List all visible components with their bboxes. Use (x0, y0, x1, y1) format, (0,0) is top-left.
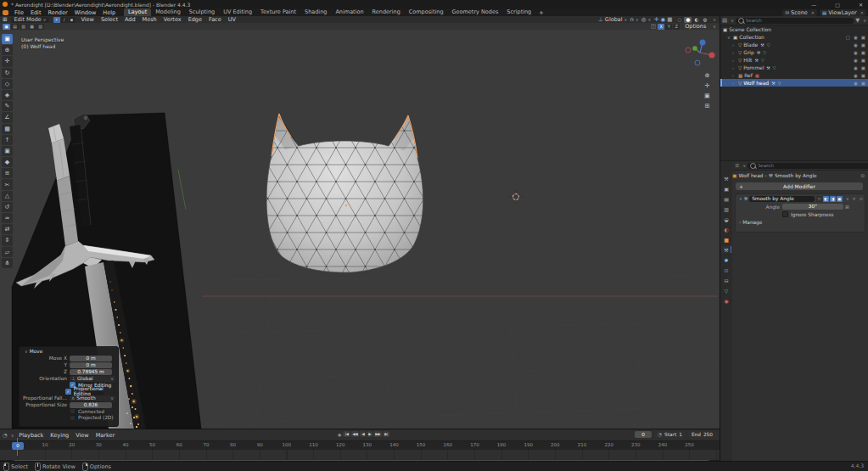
display-toggle-icon[interactable]: ◧ (823, 196, 829, 202)
expand-icon[interactable]: › (732, 73, 736, 78)
falloff-dropdown[interactable]: ∧ Smooth ∨ (70, 395, 115, 401)
close-button[interactable]: ✕ (859, 2, 863, 8)
properties-search[interactable] (748, 163, 868, 169)
select-mode-button[interactable]: • (53, 17, 60, 23)
workspace-tab[interactable]: Geometry Nodes (448, 8, 503, 16)
mirror-axis-button[interactable]: X (658, 24, 664, 30)
add-modifier-button[interactable]: + Add Modifier (736, 182, 863, 190)
properties-tab[interactable]: ▣ (721, 185, 731, 192)
select-mode-button[interactable]: ▪ (69, 17, 76, 23)
shading-mode-button[interactable]: ◌ (675, 17, 683, 23)
properties-tab[interactable]: ▥ (721, 205, 731, 212)
pin-icon[interactable]: ⊙ (860, 173, 865, 178)
tool-button[interactable]: ⇄ (2, 224, 13, 234)
close-icon[interactable]: ✕ (853, 196, 856, 201)
select-option-button[interactable]: ▥ (20, 24, 27, 30)
properties-tab[interactable]: ⚒ (721, 175, 731, 182)
playback-button[interactable]: ◀ (360, 431, 366, 437)
select-option-button[interactable]: ▧ (36, 24, 44, 30)
display-toggle-icon[interactable]: ▽ (816, 196, 822, 202)
playback-button[interactable]: |◀ (343, 431, 350, 437)
outliner-object-row[interactable]: › ▽ Blade ⚒ ▽ ◉ ▣ (720, 41, 868, 48)
snap-toggle[interactable]: ∩∨ (630, 16, 638, 23)
zoom-icon[interactable]: ⊕ (704, 72, 710, 79)
pin-icon[interactable]: ⊙ (860, 196, 863, 201)
camera-view-icon[interactable]: ▣ (704, 93, 710, 99)
eye-icon[interactable]: ◉ (854, 35, 858, 40)
overlay-toggle-icon[interactable]: ▦ (666, 16, 673, 23)
viewport-menu-item[interactable]: Vertex (160, 16, 185, 23)
properties-tab[interactable]: ◉ (721, 297, 731, 304)
filter-icon[interactable]: ▼ (855, 17, 860, 24)
breadcrumb-modifier[interactable]: Smooth by Angle (775, 173, 817, 178)
tool-button[interactable]: ↺ (2, 202, 13, 212)
select-mode-button[interactable]: / (61, 17, 68, 23)
workspace-tab[interactable]: Texture Paint (256, 8, 300, 16)
checkbox[interactable] (65, 389, 71, 395)
display-toggle-icon[interactable]: ◨ (830, 196, 836, 202)
number-field[interactable]: 0.826 (70, 402, 112, 408)
tool-button[interactable]: ✂ (2, 179, 13, 189)
playback-button[interactable]: ▶▶ (373, 431, 382, 437)
camera-render-icon[interactable]: ▣ (861, 35, 865, 40)
display-toggle-icon[interactable]: ▣ (837, 196, 843, 202)
maximize-button[interactable]: ▢ (835, 2, 840, 8)
properties-tab[interactable]: ✱ (721, 256, 731, 263)
tool-button[interactable]: ↻ (2, 68, 13, 78)
menu-item[interactable]: File (11, 9, 27, 16)
tool-options-dropdown[interactable]: Options (681, 23, 709, 30)
shading-dropdown-icon[interactable]: ∨ (713, 17, 716, 22)
start-frame-field[interactable]: ◔ Start 1 (654, 431, 686, 438)
viewlayer-remove-icon[interactable]: ✕ (860, 10, 864, 15)
camera-render-icon[interactable]: ▣ (861, 73, 865, 78)
outliner-object-row[interactable]: › ▦ Ref ▦ ◉ ▣ (720, 71, 868, 79)
tool-button[interactable]: ◇ (2, 79, 13, 89)
viewport-menu-item[interactable]: View (78, 16, 98, 23)
end-frame-field[interactable]: End 250 (688, 431, 716, 438)
tool-button[interactable]: ◆ (2, 157, 13, 167)
orientation-dropdown[interactable]: ⊥ Global ∨ (70, 376, 115, 382)
minimize-button[interactable]: — (811, 2, 816, 8)
tool-button[interactable]: ≡ (2, 168, 13, 178)
tool-button[interactable]: ▣ (2, 34, 13, 44)
tool-button[interactable]: △ (2, 191, 13, 201)
blender-menu-icon[interactable] (3, 10, 8, 15)
eye-icon[interactable]: ◉ (854, 42, 858, 48)
checkbox[interactable] (70, 415, 76, 421)
playback-button[interactable]: ◀◀ (350, 431, 359, 437)
keyframe-icon[interactable]: ⊞ (845, 205, 849, 210)
search-input[interactable] (746, 18, 852, 23)
viewport-canvas[interactable]: ▣⊕✛↻◇◈✎∠▦↑▣◆≡✂△↺≈⇄⇕▱⋔ User Perspective (… (0, 30, 720, 429)
current-frame-field[interactable]: 0 (635, 431, 652, 438)
expand-icon[interactable]: › (732, 81, 736, 86)
expand-icon[interactable]: › (732, 50, 736, 55)
workspace-tab[interactable]: Animation (331, 8, 367, 16)
workspace-tab[interactable]: Rendering (368, 8, 405, 16)
shading-mode-button[interactable]: ◐ (692, 17, 700, 23)
viewport-menu-item[interactable]: Add (121, 16, 139, 23)
eye-icon[interactable]: ◉ (854, 65, 858, 70)
tool-button[interactable]: ↑ (2, 135, 13, 145)
outliner-object-row[interactable]: › ▽ Hilt ⚒ ▽ ◉ ▣ (720, 56, 868, 64)
pan-hand-icon[interactable]: ✛ (704, 82, 710, 89)
playback-button[interactable]: ▶ (367, 431, 372, 437)
tool-button[interactable]: ⇕ (2, 235, 13, 245)
tool-button[interactable]: ▦ (2, 124, 13, 134)
properties-tab[interactable]: ▤ (721, 195, 731, 202)
angle-field[interactable]: 30° (782, 204, 843, 210)
tool-button[interactable]: ⊕ (2, 45, 13, 55)
camera-render-icon[interactable]: ▣ (861, 58, 865, 63)
expand-icon[interactable]: › (732, 58, 736, 63)
tool-button[interactable]: ▱ (2, 247, 13, 257)
viewport-menu-item[interactable]: Mesh (139, 16, 160, 23)
select-option-button[interactable]: ▦ (28, 24, 36, 30)
timeline-ruler[interactable]: 1020304050607080901001101201301401501601… (0, 440, 720, 450)
properties-tab[interactable]: ■ (721, 236, 731, 243)
outliner-row-collection[interactable]: ∨ ▣ Collection ▢ ◉ ▣ (720, 33, 868, 41)
outliner-search[interactable] (736, 18, 854, 24)
overlay-toggle-icon[interactable]: ◉ (660, 16, 667, 23)
manage-section[interactable]: › Manage (736, 218, 865, 226)
number-field[interactable]: 0.78945 m (70, 369, 112, 375)
tool-button[interactable]: ◈ (2, 90, 13, 100)
workspace-tab[interactable]: UV Editing (219, 8, 256, 16)
